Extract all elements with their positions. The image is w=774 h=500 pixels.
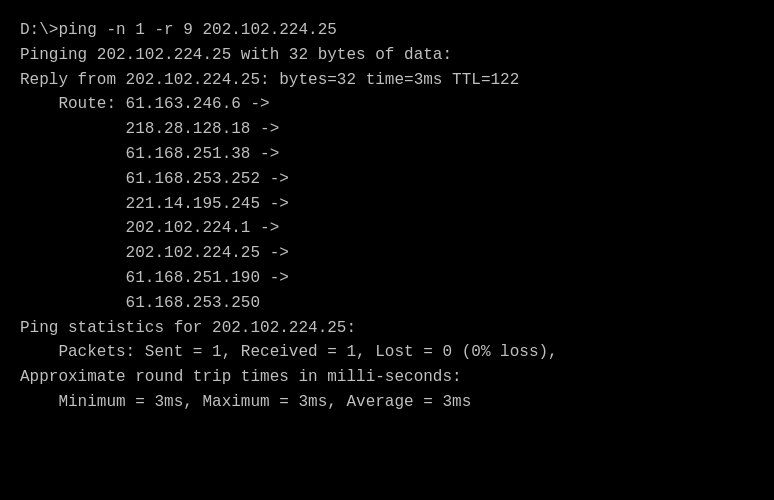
- terminal-line-cmd: D:\>ping -n 1 -r 9 202.102.224.25: [20, 18, 754, 43]
- terminal-window: D:\>ping -n 1 -r 9 202.102.224.25Pinging…: [0, 0, 774, 500]
- terminal-line-hop5: 202.102.224.1 ->: [20, 216, 754, 241]
- terminal-line-hop8: 61.168.253.250: [20, 291, 754, 316]
- terminal-line-pinging: Pinging 202.102.224.25 with 32 bytes of …: [20, 43, 754, 68]
- terminal-line-packets: Packets: Sent = 1, Received = 1, Lost = …: [20, 340, 754, 365]
- terminal-line-hop2: 61.168.251.38 ->: [20, 142, 754, 167]
- terminal-line-reply: Reply from 202.102.224.25: bytes=32 time…: [20, 68, 754, 93]
- terminal-line-route: Route: 61.163.246.6 ->: [20, 92, 754, 117]
- terminal-line-hop3: 61.168.253.252 ->: [20, 167, 754, 192]
- terminal-line-hop4: 221.14.195.245 ->: [20, 192, 754, 217]
- terminal-line-stats_header: Ping statistics for 202.102.224.25:: [20, 316, 754, 341]
- terminal-line-hop7: 61.168.251.190 ->: [20, 266, 754, 291]
- terminal-line-hop6: 202.102.224.25 ->: [20, 241, 754, 266]
- terminal-line-times: Minimum = 3ms, Maximum = 3ms, Average = …: [20, 390, 754, 415]
- terminal-line-hop1: 218.28.128.18 ->: [20, 117, 754, 142]
- terminal-line-approx: Approximate round trip times in milli-se…: [20, 365, 754, 390]
